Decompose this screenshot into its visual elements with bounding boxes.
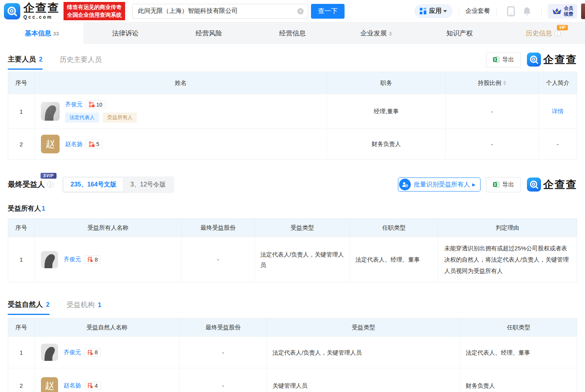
person-letter-avatar[interactable]: 赵: [41, 377, 58, 392]
beneficiary-tools: 批量识别受益所有人 ▶ 导出 企查查: [398, 177, 577, 192]
arrow-right-icon: ▶: [472, 182, 475, 187]
clear-search-icon[interactable]: ✕: [297, 8, 304, 14]
qcc-logo[interactable]: 企查查 Qcc.com: [4, 2, 60, 20]
toggle-235-164[interactable]: 235、164号文版: [64, 178, 123, 192]
toggle-3-12[interactable]: 3、12号令版: [123, 178, 173, 192]
natural-person-header: 受益自然人 2 受益机构 1: [8, 297, 577, 313]
divider: [497, 7, 497, 16]
qcc-watermark-icon: [527, 178, 541, 192]
qcc-watermark-logo: 企查查: [527, 53, 577, 67]
qcc-company-page: 企查查 Qcc.com 缔造有远见的商业传奇 全国企业信用查询系统 ✕ 查一下 …: [0, 0, 585, 392]
search-input[interactable]: [132, 4, 308, 19]
apps-grid-icon: [420, 8, 426, 14]
related-count: 4: [95, 383, 98, 389]
batch-identify-button[interactable]: 批量识别受益所有人 ▶: [398, 178, 481, 192]
table-row: 1 齐俊元 8: [8, 237, 577, 282]
person-cell: 赵 赵名扬 5: [35, 128, 327, 159]
position-type-value: 法定代表人、经理、董事: [350, 237, 438, 282]
crown-icon: [552, 7, 562, 16]
tab-operation-risk[interactable]: 经营风险: [167, 23, 251, 44]
related-companies-badge[interactable]: 4: [84, 381, 101, 390]
search-button[interactable]: 查一下: [311, 4, 345, 19]
slogan-line2: 全国企业信用查询系统: [67, 11, 122, 19]
col-final-shares: 最终受益股份: [180, 318, 267, 336]
related-companies-badge[interactable]: 10: [86, 100, 106, 109]
related-count: 8: [95, 257, 98, 263]
table-body: 1 齐俊元 10: [8, 94, 577, 159]
table-row: 1 齐俊元 10: [8, 94, 577, 128]
info-icon[interactable]: i: [47, 181, 53, 188]
col-position-type: 任职类型: [460, 318, 577, 336]
row-index: 2: [8, 368, 35, 392]
person-name-link[interactable]: 齐俊元: [64, 256, 81, 263]
table-row: 1 齐俊元 8: [8, 336, 577, 368]
position-value: 经理,董事: [327, 94, 446, 128]
row-index: 1: [8, 336, 35, 368]
tab-intellectual-property[interactable]: 知识产权: [418, 23, 501, 44]
mobile-app-icon[interactable]: [507, 6, 515, 16]
tab-company-development[interactable]: 企业发展3: [334, 23, 418, 44]
benefit-type-value: 关键管理人员: [267, 368, 460, 392]
person-photo-avatar[interactable]: [41, 251, 58, 268]
col-benefit-type: 受益类型: [255, 219, 350, 237]
person-cell: 赵 赵名扬 4: [35, 368, 180, 392]
apps-dropdown[interactable]: 应用: [414, 4, 452, 18]
export-button[interactable]: 导出: [486, 177, 521, 192]
tab-natural-persons[interactable]: 受益自然人 2: [8, 300, 49, 315]
col-index: 序号: [8, 318, 35, 336]
related-companies-badge[interactable]: 5: [86, 140, 103, 148]
col-share-ratio[interactable]: 持股比例: [446, 72, 539, 94]
search-box: ✕: [132, 4, 308, 19]
member-renew-button[interactable]: 会员 续费: [548, 4, 577, 19]
col-index: 序号: [8, 72, 35, 94]
table-header-row: 序号 受益所有人名称 最终受益股份 受益类型 任职类型 判定理由: [8, 219, 577, 237]
person-photo-avatar[interactable]: [41, 344, 58, 361]
person-name-link[interactable]: 齐俊元: [65, 101, 83, 108]
tab-history-info[interactable]: VIP 历史信息 i: [502, 23, 585, 44]
version-toggle: 235、164号文版 3、12号令版: [62, 176, 174, 193]
org-chart-icon: [89, 102, 95, 107]
export-button[interactable]: 导出: [486, 52, 521, 67]
related-companies-badge[interactable]: 8: [84, 348, 101, 357]
excel-icon: [493, 181, 500, 188]
position-type-value: 财务负责人: [460, 368, 577, 392]
col-position-type: 任职类型: [350, 219, 438, 237]
table-body: 1 齐俊元 8: [8, 237, 577, 282]
row-index: 1: [8, 237, 35, 282]
person-photo-avatar[interactable]: [41, 102, 60, 121]
main-personnel-table: 序号 姓名 职务 持股比例 个人简介 1: [8, 72, 577, 160]
company-nav-tabs: 基本信息33 法律诉讼 经营风险 经营信息 企业发展3 知识产权 VIP 历史信…: [0, 22, 585, 44]
tab-history-personnel[interactable]: 历史主要人员: [60, 55, 102, 69]
beneficial-owner-tag: 受益所有人: [103, 113, 137, 123]
tab-operation-info[interactable]: 经营信息: [251, 23, 334, 44]
person-name-link[interactable]: 齐俊元: [64, 349, 81, 356]
person-name-link[interactable]: 赵名扬: [65, 141, 83, 148]
col-final-shares: 最终受益股份: [182, 219, 255, 237]
qcc-logo-icon: [4, 3, 20, 19]
notification-bell-icon[interactable]: [523, 7, 531, 16]
col-benefit-type: 受益类型: [267, 318, 460, 336]
sort-icon[interactable]: [503, 81, 506, 85]
tab-beneficiary-org[interactable]: 受益机构 1: [67, 300, 101, 314]
person-name-link[interactable]: 赵名扬: [64, 382, 81, 389]
related-companies-badge[interactable]: 8: [84, 255, 101, 264]
position-value: 财务负责人: [327, 128, 446, 159]
main-personnel-header: 主要人员 2 历史主要人员 导出 企查查: [8, 51, 577, 69]
user-avatar[interactable]: [581, 4, 585, 19]
table-row: 2 赵 赵名扬 4 -: [8, 368, 577, 392]
tab-legal-litigation[interactable]: 法律诉讼: [83, 23, 167, 44]
info-icon[interactable]: i: [555, 30, 561, 37]
main-content: 主要人员 2 历史主要人员 导出 企查查: [0, 51, 585, 392]
person-letter-avatar[interactable]: 赵: [41, 135, 60, 153]
row-index: 2: [8, 128, 35, 159]
col-profile: 个人简介: [539, 72, 577, 94]
related-count: 10: [96, 102, 103, 108]
tab-main-personnel[interactable]: 主要人员 2: [8, 54, 42, 70]
shares-value: -: [180, 368, 267, 392]
tab-basic-info[interactable]: 基本信息33: [0, 23, 83, 44]
judgment-reason-value: 未能穿透识别出拥有或超过25%公司股权或者表决权的自然人，将法定代表人/负责人，…: [438, 237, 577, 282]
profile-detail-link[interactable]: 详情: [552, 108, 564, 115]
person-search-icon: [399, 179, 411, 190]
person-info: 齐俊元 10 法定代表人 受益所有人: [65, 100, 141, 123]
enterprise-package-link[interactable]: 企业套餐: [465, 7, 490, 15]
